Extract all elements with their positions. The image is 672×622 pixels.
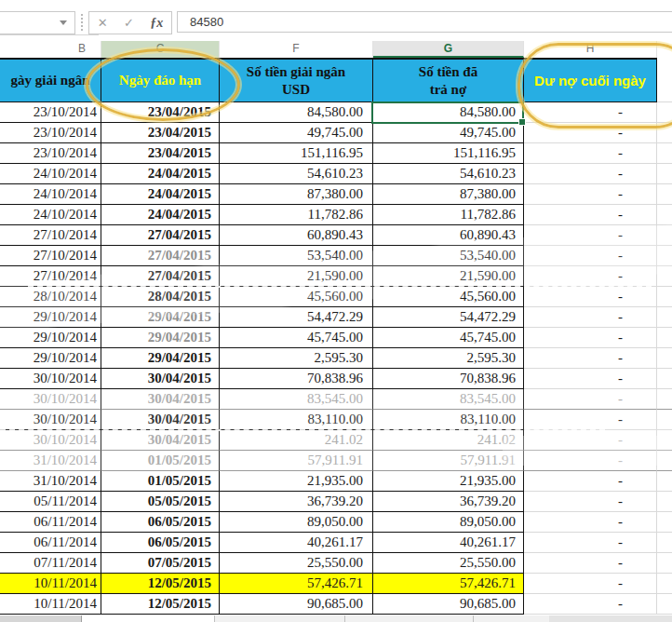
cell-disbursement-date[interactable]: 24/10/2014	[0, 184, 101, 205]
cell-maturity-date[interactable]: 01/05/2015	[101, 471, 220, 492]
cell-disbursed-amount[interactable]: 90,685.00	[220, 594, 373, 615]
cell-maturity-date[interactable]: 30/04/2015	[101, 389, 220, 410]
cell-disbursed-amount[interactable]: 83,110.00	[220, 410, 373, 430]
cell-maturity-date[interactable]: 29/04/2015	[101, 328, 220, 348]
cell-disbursement-date[interactable]: 31/10/2014	[0, 471, 101, 492]
cell-ending-balance[interactable]: -	[524, 369, 657, 389]
cell-gridline-sliver[interactable]	[657, 451, 672, 471]
cell-disbursed-amount[interactable]: 151,116.95	[220, 143, 373, 164]
cell-ending-balance[interactable]: -	[524, 164, 657, 184]
cell-repaid-amount[interactable]: 89,050.00	[373, 512, 524, 533]
cell-disbursed-amount[interactable]: 49,745.00	[220, 123, 373, 143]
header-disbursed-amount[interactable]: Số tiền giải ngân USD	[220, 58, 373, 102]
cell-gridline-sliver[interactable]	[657, 430, 672, 451]
cell-repaid-amount[interactable]: 60,890.43	[373, 225, 524, 246]
cell-maturity-date[interactable]: 05/05/2015	[101, 492, 220, 512]
cell-disbursed-amount[interactable]: 36,739.20	[220, 492, 373, 512]
cell-ending-balance[interactable]: -	[524, 533, 657, 553]
cell-ending-balance[interactable]: -	[524, 471, 657, 492]
column-header-f[interactable]: F	[220, 41, 373, 58]
cell-gridline-sliver[interactable]	[657, 205, 672, 225]
name-box-dropdown-icon[interactable]	[60, 20, 67, 25]
cell-disbursed-amount[interactable]: 241.02	[220, 430, 373, 451]
cell-maturity-date[interactable]: 12/05/2015	[101, 574, 220, 594]
cell-disbursement-date[interactable]: 30/10/2014	[0, 430, 101, 451]
cell-repaid-amount[interactable]: 83,110.00	[373, 410, 524, 430]
cell-ending-balance[interactable]: -	[524, 574, 657, 594]
cell-repaid-amount[interactable]: 49,745.00	[373, 123, 524, 143]
cell-disbursement-date[interactable]: 27/10/2014	[0, 266, 101, 287]
name-box[interactable]	[0, 11, 75, 34]
cell-ending-balance[interactable]: -	[524, 389, 657, 410]
cell-maturity-date[interactable]: 28/04/2015	[101, 287, 220, 307]
cell-disbursement-date[interactable]: 28/10/2014	[0, 287, 101, 307]
cell-disbursed-amount[interactable]: 70,838.96	[220, 369, 373, 389]
cell-disbursement-date[interactable]: 07/11/2014	[0, 553, 101, 574]
cell-repaid-amount[interactable]: 40,261.17	[373, 533, 524, 553]
cell-repaid-amount[interactable]: 90,685.00	[373, 594, 524, 615]
cell-gridline-sliver[interactable]	[657, 184, 672, 205]
cell-repaid-amount[interactable]: 70,838.96	[373, 369, 524, 389]
cell-disbursement-date[interactable]: 23/10/2014	[0, 123, 101, 143]
cell-repaid-amount[interactable]: 36,739.20	[373, 492, 524, 512]
cell-ending-balance[interactable]: -	[524, 287, 657, 307]
cell-ending-balance[interactable]: -	[524, 594, 657, 615]
cell-ending-balance[interactable]: -	[524, 512, 657, 533]
cell-disbursement-date[interactable]: 31/10/2014	[0, 451, 101, 471]
cell-repaid-amount[interactable]: 241.02	[373, 430, 524, 451]
cell-gridline-sliver[interactable]	[657, 102, 672, 123]
cell-disbursed-amount[interactable]: 25,550.00	[220, 553, 373, 574]
cell-maturity-date[interactable]: 06/05/2015	[101, 512, 220, 533]
header-repaid-amount[interactable]: Số tiền đã trả nợ	[373, 58, 524, 102]
cell-repaid-amount[interactable]: 21,935.00	[373, 471, 524, 492]
cell-disbursed-amount[interactable]: 57,426.71	[220, 574, 373, 594]
cell-maturity-date[interactable]: 24/04/2015	[101, 205, 220, 225]
cell-disbursed-amount[interactable]: 53,540.00	[220, 246, 373, 266]
insert-function-icon[interactable]: ƒx	[150, 16, 163, 31]
cell-maturity-date[interactable]: 07/05/2015	[101, 553, 220, 574]
cell-ending-balance[interactable]: -	[524, 246, 657, 266]
cell-ending-balance[interactable]: -	[524, 225, 657, 246]
cell-repaid-amount[interactable]: 151,116.95	[373, 143, 524, 164]
cell-maturity-date[interactable]: 30/04/2015	[101, 430, 220, 451]
cell-ending-balance[interactable]: -	[524, 266, 657, 287]
cell-maturity-date[interactable]: 23/04/2015	[101, 143, 220, 164]
cell-ending-balance[interactable]: -	[524, 307, 657, 328]
cell-disbursement-date[interactable]: 10/11/2014	[0, 594, 101, 615]
cell-ending-balance[interactable]: -	[524, 410, 657, 430]
header-ending-balance[interactable]: Dư nợ cuối ngày	[524, 58, 657, 102]
cell-disbursed-amount[interactable]: 89,050.00	[220, 512, 373, 533]
cell-repaid-amount[interactable]: 87,380.00	[373, 184, 524, 205]
cell-disbursement-date[interactable]: 23/10/2014	[0, 102, 101, 123]
cell-maturity-date[interactable]: 27/04/2015	[101, 225, 220, 246]
cell-gridline-sliver[interactable]	[657, 471, 672, 492]
cell-gridline-sliver[interactable]	[657, 512, 672, 533]
cell-disbursed-amount[interactable]: 84,580.00	[220, 102, 373, 123]
cell-gridline-sliver[interactable]	[657, 287, 672, 307]
cell-maturity-date[interactable]: 27/04/2015	[101, 246, 220, 266]
cell-ending-balance[interactable]: -	[524, 143, 657, 164]
cell-repaid-amount[interactable]: 45,745.00	[373, 328, 524, 348]
cell-disbursement-date[interactable]: 30/10/2014	[0, 410, 101, 430]
cell-repaid-amount[interactable]: 54,610.23	[373, 164, 524, 184]
cell-disbursed-amount[interactable]: 45,560.00	[220, 287, 373, 307]
cell-maturity-date[interactable]: 24/04/2015	[101, 164, 220, 184]
cell-disbursed-amount[interactable]: 2,595.30	[220, 348, 373, 369]
cell-maturity-date[interactable]: 30/04/2015	[101, 369, 220, 389]
formula-input[interactable]: 84580	[177, 11, 672, 33]
header-disbursement-date[interactable]: gày giải ngân	[0, 58, 101, 102]
column-header-h[interactable]: H	[524, 41, 657, 58]
cancel-icon[interactable]: ✕	[98, 16, 108, 30]
cell-ending-balance[interactable]: -	[524, 451, 657, 471]
cell-repaid-amount[interactable]: 84,580.00	[373, 102, 524, 123]
cell-disbursement-date[interactable]: 29/10/2014	[0, 348, 101, 369]
cell-ending-balance[interactable]: -	[524, 205, 657, 225]
cell-disbursement-date[interactable]: 27/10/2014	[0, 225, 101, 246]
cell-ending-balance[interactable]: -	[524, 328, 657, 348]
cell-repaid-amount[interactable]: 21,590.00	[373, 266, 524, 287]
cell-gridline-sliver[interactable]	[657, 225, 672, 246]
cell-gridline-sliver[interactable]	[657, 389, 672, 410]
cell-maturity-date[interactable]: 30/04/2015	[101, 410, 220, 430]
cell-repaid-amount[interactable]: 25,550.00	[373, 553, 524, 574]
cell-disbursed-amount[interactable]: 60,890.43	[220, 225, 373, 246]
